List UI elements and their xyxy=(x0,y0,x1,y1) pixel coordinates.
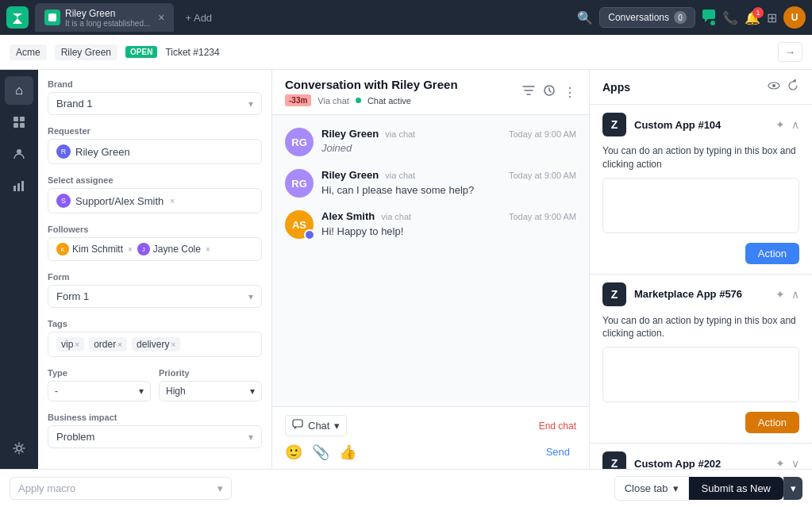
chat-type-btn[interactable]: Chat ▾ xyxy=(285,415,347,436)
riley-tag[interactable]: Riley Green xyxy=(55,44,117,60)
follower-jayne-remove[interactable]: × xyxy=(206,245,210,254)
apply-macro-btn[interactable]: Apply macro ▾ xyxy=(10,477,232,500)
requester-avatar: R xyxy=(56,144,71,159)
user-avatar[interactable]: U xyxy=(783,6,806,29)
app2-collapse-icon[interactable]: ∧ xyxy=(791,288,799,301)
tab-close-btn[interactable]: × xyxy=(158,11,164,24)
chat-title-block: Conversation with Riley Green -33m Via c… xyxy=(285,78,458,106)
app3-settings-icon[interactable]: ✦ xyxy=(775,457,785,469)
ticket-link[interactable]: Ticket #1234 xyxy=(165,47,219,58)
topbar-right: 🔍 Conversations 0 📞 🔔 1 ⊞ U xyxy=(577,6,806,29)
nav-home[interactable]: ⌂ xyxy=(5,76,33,105)
app3-left: Z Custom App #202 xyxy=(602,451,721,469)
app3-collapse-icon[interactable]: ∨ xyxy=(791,457,799,469)
business-impact-chevron: ▾ xyxy=(248,432,253,443)
tags-section: Tags vip × order × delivery × xyxy=(48,319,262,357)
tab-title: Riley Green xyxy=(65,8,150,19)
nav-grid[interactable] xyxy=(5,108,33,136)
apps-title: Apps xyxy=(602,81,630,94)
type-select[interactable]: - ▾ xyxy=(48,381,151,401)
search-icon[interactable]: 🔍 xyxy=(577,10,593,25)
svg-point-7 xyxy=(17,149,21,154)
notifications-btn[interactable]: 🔔 1 xyxy=(745,10,760,25)
msg-avatar-container-2: RG xyxy=(285,169,314,198)
app2-textarea[interactable] xyxy=(602,347,799,402)
chat-header-icons: ⋮ xyxy=(522,84,576,100)
msg-avatar-container-1: RG xyxy=(285,128,314,156)
tab-subtitle: It is a long established... xyxy=(65,19,150,28)
tags-field: vip × order × delivery × xyxy=(48,332,262,357)
acme-tag[interactable]: Acme xyxy=(10,44,47,60)
follower-kim-remove[interactable]: × xyxy=(128,245,133,254)
nav-forward-btn[interactable]: → xyxy=(778,42,802,62)
grid-icon[interactable]: ⊞ xyxy=(767,10,777,25)
app3-icon: Z xyxy=(602,451,626,469)
conversations-btn[interactable]: Conversations 0 xyxy=(599,7,695,28)
filter-icon[interactable] xyxy=(522,84,535,100)
msg-time-2: Today at 9:00 AM xyxy=(509,171,576,180)
msg-via-3: via chat xyxy=(381,212,411,221)
app1-action-btn[interactable]: Action xyxy=(745,243,799,264)
assignee-remove-btn[interactable]: × xyxy=(170,197,175,205)
topbar: Riley Green It is a long established... … xyxy=(0,0,812,35)
tag-vip-remove[interactable]: × xyxy=(75,340,79,349)
submit-arrow-btn[interactable]: ▾ xyxy=(783,477,802,500)
svg-rect-6 xyxy=(20,123,25,128)
app3-right: ✦ ∨ xyxy=(775,457,799,469)
chat-icon-btn[interactable] xyxy=(702,9,716,26)
nav-gear[interactable] xyxy=(5,434,33,463)
chat-actions: 🙂 📎 👍 Send xyxy=(285,443,576,461)
more-icon[interactable]: ⋮ xyxy=(564,85,576,100)
history-icon[interactable] xyxy=(543,84,556,100)
end-chat-btn[interactable]: End chat xyxy=(539,421,576,432)
tag-order-remove[interactable]: × xyxy=(117,340,122,349)
business-impact-select[interactable]: Problem ▾ xyxy=(48,425,262,448)
brand-value: Brand 1 xyxy=(56,98,93,109)
svg-marker-2 xyxy=(705,19,708,22)
priority-select[interactable]: High ▾ xyxy=(159,381,262,401)
add-tab-btn[interactable]: + Add xyxy=(177,9,220,27)
chat-type-label: Chat xyxy=(308,420,329,432)
active-tab[interactable]: Riley Green It is a long established... … xyxy=(35,3,174,32)
requester-field[interactable]: R Riley Green xyxy=(48,139,262,164)
msg-via-2: via chat xyxy=(385,171,415,180)
app1-textarea[interactable] xyxy=(602,178,799,233)
close-tab-btn[interactable]: Close tab ▾ xyxy=(614,476,689,501)
svg-rect-0 xyxy=(48,13,56,21)
submit-as-new-btn[interactable]: Submit as New xyxy=(689,477,783,500)
app2-action-btn[interactable]: Action xyxy=(745,412,799,433)
svg-rect-10 xyxy=(21,181,24,191)
follower-kim-name: Kim Schmitt xyxy=(72,244,123,255)
thumbsup-icon[interactable]: 👍 xyxy=(339,444,356,461)
tag-delivery-remove[interactable]: × xyxy=(171,340,175,349)
assignee-field[interactable]: S Support/Alex Smith × xyxy=(48,188,262,213)
chat-status-row: -33m Via chat Chat active xyxy=(285,94,458,106)
app2-settings-icon[interactable]: ✦ xyxy=(775,288,785,301)
svg-rect-5 xyxy=(13,123,18,128)
nav-users[interactable] xyxy=(5,140,33,168)
msg-name-3: Alex Smith xyxy=(321,210,375,222)
right-sidebar: Apps Z Custom App #104 xyxy=(590,70,812,469)
attachment-icon[interactable]: 📎 xyxy=(312,444,329,461)
form-select[interactable]: Form 1 ▾ xyxy=(48,285,262,308)
app1-header: Z Custom App #104 ✦ ∧ xyxy=(590,105,812,144)
svg-rect-1 xyxy=(702,10,715,19)
app-card-2: Z Marketplace App #576 ✦ ∧ You can do an… xyxy=(590,275,812,444)
app1-collapse-icon[interactable]: ∧ xyxy=(791,118,799,131)
phone-icon[interactable]: 📞 xyxy=(722,10,738,25)
form-value: Form 1 xyxy=(56,290,89,302)
app1-settings-icon[interactable]: ✦ xyxy=(775,118,785,131)
emoji-icon[interactable]: 🙂 xyxy=(285,444,302,461)
priority-section: Priority High ▾ xyxy=(159,368,262,401)
chat-timer: -33m xyxy=(285,94,311,106)
send-btn[interactable]: Send xyxy=(540,443,576,461)
nav-chart[interactable] xyxy=(5,171,33,200)
chat-title: Conversation with Riley Green xyxy=(285,78,458,91)
subheader: Acme Riley Green OPEN Ticket #1234 → xyxy=(0,35,812,70)
conversations-count: 0 xyxy=(674,11,687,24)
msg-avatar-1: RG xyxy=(285,128,314,156)
refresh-icon[interactable] xyxy=(787,79,799,94)
msg-header-3: Alex Smith via chat Today at 9:00 AM xyxy=(321,210,576,222)
eye-icon[interactable] xyxy=(768,79,780,94)
brand-select[interactable]: Brand 1 ▾ xyxy=(48,92,262,115)
